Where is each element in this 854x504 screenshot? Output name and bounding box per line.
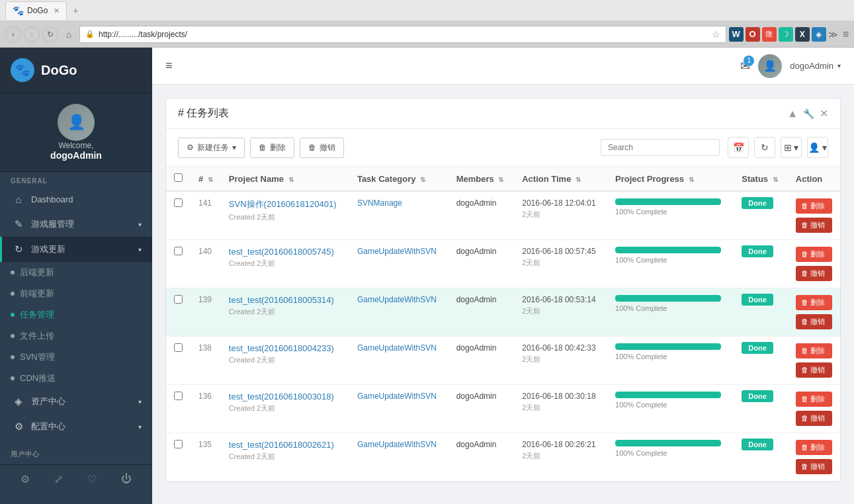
ext-w-icon[interactable]: W [729, 27, 744, 42]
ext-s-icon[interactable]: 微 [762, 27, 777, 42]
search-input[interactable] [601, 139, 720, 156]
close-tab-icon[interactable]: ✕ [54, 7, 60, 15]
row-delete-button[interactable]: 🗑 删除 [796, 198, 832, 214]
sidebar-sub-svn[interactable]: SVN管理 [0, 347, 152, 368]
sidebar-item-game-update[interactable]: ↻ 游戏更新 ▾ [0, 237, 152, 262]
home-button[interactable]: ⌂ [61, 26, 77, 42]
project-name-text[interactable]: test_test(20160618003018) [229, 392, 341, 401]
col-project-sort-icon[interactable]: ⇅ [288, 176, 294, 183]
delete-button[interactable]: 🗑 删除 [250, 138, 294, 158]
col-status: Status ⇅ [734, 167, 787, 191]
select-all-checkbox[interactable] [174, 173, 183, 182]
new-tab-btn[interactable]: + [69, 5, 81, 16]
sidebar-sub-fileupload[interactable]: 文件上传 [0, 325, 152, 347]
project-name-text[interactable]: test_test(20160618004233) [229, 343, 341, 353]
sidebar-sub-backend[interactable]: 后端更新 [0, 262, 152, 283]
gear-icon: ⚙ [187, 143, 194, 152]
reload-button[interactable]: ↻ [42, 26, 58, 42]
row-members: dogoAdmin [448, 337, 515, 385]
row-delete-button[interactable]: 🗑 删除 [796, 343, 832, 358]
user-menu[interactable]: dogoAdmin ▾ [790, 61, 841, 71]
asset-icon: ◈ [13, 396, 24, 407]
chevron-up-icon[interactable]: ▲ [787, 108, 798, 120]
col-status-sort-icon[interactable]: ⇅ [773, 176, 778, 183]
tab-title: DoGo [27, 6, 48, 15]
row-cancel-button[interactable]: 🗑 撤销 [796, 218, 832, 233]
row-checkbox[interactable] [174, 343, 183, 352]
project-name-text[interactable]: test_test(20160618005314) [229, 295, 341, 305]
col-id-label: # [198, 174, 203, 184]
heart-icon[interactable]: ♡ [87, 473, 97, 485]
sidebar-item-dashboard[interactable]: ⌂ Dashboard [0, 187, 152, 212]
row-cancel-button[interactable]: 🗑 撤销 [796, 459, 832, 474]
col-id-sort-icon[interactable]: ⇅ [208, 176, 213, 183]
row-delete-button[interactable]: 🗑 删除 [796, 247, 832, 262]
forward-button[interactable]: › [24, 26, 40, 42]
col-members-sort-icon[interactable]: ⇅ [498, 176, 503, 183]
sidebar-item-game-service[interactable]: ✎ 游戏服管理 ▾ [0, 212, 152, 237]
settings-icon[interactable]: ⚙ [21, 473, 30, 485]
row-checkbox[interactable] [174, 247, 183, 255]
hamburger-icon[interactable]: ≡ [165, 59, 173, 73]
ext-moon-icon[interactable]: ☽ [779, 27, 793, 42]
ext-blue-icon[interactable]: ◈ [812, 27, 826, 42]
sidebar: 🐾 DoGo 👤 Welcome, dogoAdmin GENERAL ⌂ Da… [0, 48, 152, 504]
task-card: # 任务列表 ▲ 🔧 ✕ ⚙ 新建任务 ▾ 🗑 [165, 98, 841, 482]
project-name-text[interactable]: test_test(20160618005745) [229, 247, 341, 257]
sidebar-sub-task[interactable]: 任务管理 [0, 304, 152, 325]
filter-icon-btn[interactable]: 👤 ▾ [807, 137, 828, 158]
row-delete-button[interactable]: 🗑 删除 [796, 392, 832, 407]
power-icon[interactable]: ⏻ [121, 473, 132, 485]
ext-o-icon[interactable]: O [746, 27, 760, 42]
project-sub-text: Created 2天前 [229, 403, 341, 413]
row-delete-button[interactable]: 🗑 删除 [796, 295, 832, 310]
sidebar-sub-cdn[interactable]: CDN推送 [0, 368, 152, 389]
project-name-text[interactable]: test_test(20160618002621) [229, 440, 341, 450]
sidebar-sub-frontend[interactable]: 前端更新 [0, 283, 152, 304]
sidebar-item-asset[interactable]: ◈ 资产中心 ▾ [0, 389, 152, 414]
row-action-time: 2016-06-18 00:26:21 2天前 [514, 433, 607, 482]
address-input[interactable] [99, 30, 708, 39]
menu-icon[interactable]: ≡ [843, 28, 849, 40]
row-cancel-button[interactable]: 🗑 撤销 [796, 314, 832, 329]
row-checkbox[interactable] [174, 198, 183, 207]
cdn-label: CDN推送 [20, 372, 56, 384]
progress-bar-wrap [615, 295, 721, 302]
col-category-sort-icon[interactable]: ⇅ [420, 176, 425, 183]
refresh-icon-btn[interactable]: ↻ [754, 137, 775, 158]
back-button[interactable]: ‹ [5, 26, 21, 42]
close-card-icon[interactable]: ✕ [820, 107, 828, 120]
row-checkbox-cell [166, 433, 191, 482]
progress-bar-fill [615, 440, 721, 446]
col-project-name: Project Name ⇅ [221, 167, 349, 191]
expand-icon[interactable]: ⤢ [54, 473, 63, 485]
row-cancel-button[interactable]: 🗑 撤销 [796, 362, 832, 378]
row-delete-button[interactable]: 🗑 删除 [796, 440, 832, 455]
create-task-button[interactable]: ⚙ 新建任务 ▾ [178, 138, 245, 158]
sidebar-item-config[interactable]: ⚙ 配置中心 ▾ [0, 414, 152, 439]
row-checkbox[interactable] [174, 440, 183, 448]
wrench-icon[interactable]: 🔧 [803, 108, 814, 119]
col-action-time-sort-icon[interactable]: ⇅ [576, 176, 581, 183]
row-actions: 🗑 删除 🗑 撤销 [788, 385, 840, 433]
browser-tab[interactable]: 🐾 DoGo ✕ [5, 1, 67, 20]
game-update-label: 游戏更新 [31, 243, 132, 255]
row-cancel-button[interactable]: 🗑 撤销 [796, 411, 832, 426]
tab-logo: 🐾 [13, 5, 24, 16]
grid-icon-btn[interactable]: ⊞ ▾ [781, 137, 802, 158]
project-name-text[interactable]: SVN操作(20160618120401) [229, 198, 341, 210]
ext-more-icon[interactable]: ≫ [828, 29, 838, 40]
cancel-button[interactable]: 🗑 撤销 [300, 138, 344, 158]
calendar-icon-btn[interactable]: 📅 [728, 137, 749, 158]
col-progress-sort-icon[interactable]: ⇅ [689, 176, 694, 183]
row-checkbox[interactable] [174, 295, 183, 304]
row-progress: 100% Complete [607, 240, 734, 288]
notification-bell[interactable]: ✉ 1 [740, 59, 750, 73]
row-cancel-button[interactable]: 🗑 撤销 [796, 266, 832, 281]
row-progress: 100% Complete [607, 288, 734, 337]
star-icon[interactable]: ☆ [712, 29, 720, 40]
row-checkbox[interactable] [174, 392, 183, 400]
ext-x-icon[interactable]: X [795, 27, 810, 42]
row-category: GameUpdateWithSVN [349, 385, 448, 433]
status-badge: Done [742, 439, 773, 450]
